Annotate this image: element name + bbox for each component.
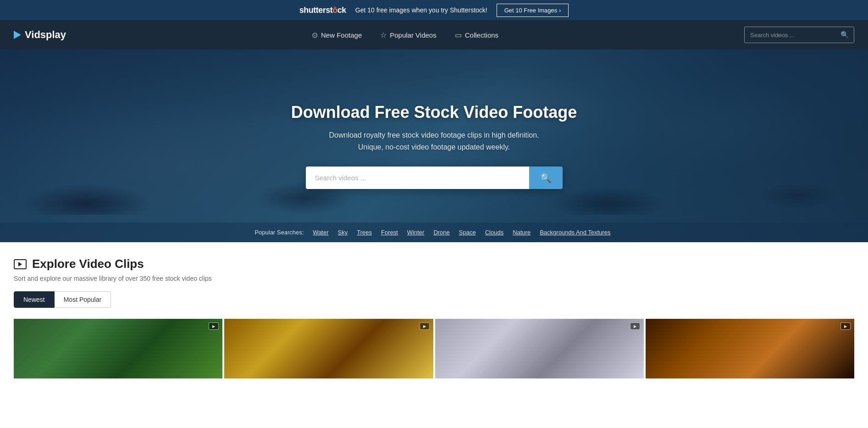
hero-subtitle-line1: Download royalty free stock video footag… [329,131,539,139]
popular-search-sky[interactable]: Sky [338,229,348,236]
nav-search-input[interactable] [745,28,836,42]
nav-new-footage-label: New Footage [321,31,362,39]
hero-subtitle: Download royalty free stock video footag… [329,129,539,153]
nav-search-box: 🔍 [744,27,854,43]
popular-search-drone[interactable]: Drone [433,229,449,236]
video-thumb-4[interactable] [646,319,854,378]
hero-section: Download Free Stock Video Footage Downlo… [0,50,868,242]
hero-search-button[interactable]: 🔍 [529,167,563,189]
nav-search-button[interactable]: 🔍 [836,27,854,43]
explore-video-icon [14,259,27,269]
sort-most-popular-button[interactable]: Most Popular [55,291,111,308]
ad-cta-button[interactable]: Get 10 Free Images › [497,4,569,17]
logo[interactable]: Vidsplay [14,29,66,41]
video-grid [14,319,854,378]
explore-title: Explore Video Clips [32,257,144,271]
explore-description: Sort and explore our massive library of … [14,275,854,282]
popular-search-backgrounds[interactable]: Backgrounds And Textures [540,229,610,236]
navbar: Vidsplay ⊙ New Footage ☆ Popular Videos … [0,20,868,50]
ad-text: Get 10 free images when you try Shutters… [355,6,487,14]
new-footage-icon: ⊙ [312,31,318,39]
popular-search-winter[interactable]: Winter [407,229,425,236]
popular-searches-label: Popular Searches: [254,229,304,236]
ad-logo-mark: ō [332,6,337,15]
explore-section: Explore Video Clips Sort and explore our… [0,242,868,388]
collections-icon: ▭ [455,31,462,39]
nav-collections[interactable]: ▭ Collections [455,31,498,39]
popular-search-trees[interactable]: Trees [357,229,372,236]
nav-popular-videos[interactable]: ☆ Popular Videos [380,31,436,39]
popular-searches: Popular Searches: Water Sky Trees Forest… [0,222,868,242]
explore-header: Explore Video Clips [14,257,854,271]
ad-banner: shutterstōck Get 10 free images when you… [0,0,868,20]
nav-collections-label: Collections [465,31,498,39]
sort-buttons: Newest Most Popular [14,291,854,308]
hero-subtitle-line2: Unique, no-cost video footage updated we… [358,143,510,151]
video-camera-icon-4 [840,322,851,330]
video-thumb-1[interactable] [14,319,222,378]
nav-popular-videos-label: Popular Videos [390,31,436,39]
video-thumb-2[interactable] [224,319,433,378]
video-camera-icon-1 [209,322,219,330]
ad-logo: shutterstōck [299,6,346,15]
popular-search-forest[interactable]: Forest [381,229,398,236]
popular-videos-icon: ☆ [380,31,387,39]
video-thumb-3[interactable] [435,319,644,378]
hero-title: Download Free Stock Video Footage [291,103,577,122]
popular-search-clouds[interactable]: Clouds [485,229,503,236]
logo-play-icon [14,31,21,39]
hero-search-input[interactable] [306,167,529,189]
sort-newest-button[interactable]: Newest [14,291,55,308]
video-camera-icon-2 [420,322,430,330]
nav-links: ⊙ New Footage ☆ Popular Videos ▭ Collect… [84,31,726,39]
logo-text: Vidsplay [25,29,66,41]
hero-search-box: 🔍 [306,167,563,189]
nav-new-footage[interactable]: ⊙ New Footage [312,31,362,39]
video-camera-icon-3 [630,322,640,330]
popular-search-water[interactable]: Water [313,229,328,236]
popular-search-space[interactable]: Space [459,229,476,236]
popular-search-nature[interactable]: Nature [513,229,531,236]
hero-content: Download Free Stock Video Footage Downlo… [0,50,868,242]
